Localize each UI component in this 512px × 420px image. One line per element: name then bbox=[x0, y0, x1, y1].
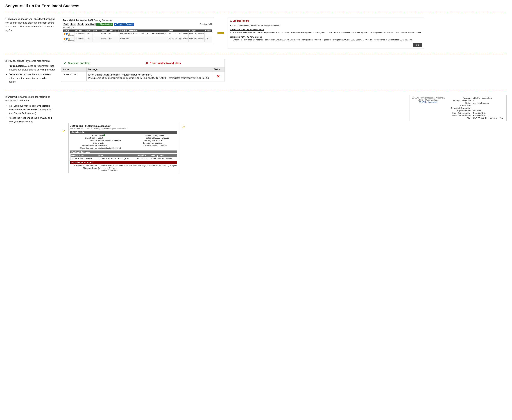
step2-text: Pay attention to key course requirements… bbox=[8, 60, 51, 62]
program-row: COLUM - Univ of Missouri - Columbia UGRD… bbox=[61, 95, 507, 121]
cell-dates: 01/18/2022 - 03/11/2022 bbox=[167, 37, 189, 42]
arrow-icon-2: ↗ bbox=[182, 125, 185, 130]
x-icon: ✕ bbox=[146, 61, 148, 65]
class-detail-box: JOURN 4000 - 01 Communications Law Univ … bbox=[68, 123, 179, 173]
admit-value bbox=[472, 104, 504, 107]
table-row: 🔒Not Enrolled Journalism 4160 01 61318 2… bbox=[63, 37, 212, 42]
enroll-table-box: ✔ Success: enrolled ✕ Error: unable to a… bbox=[61, 59, 225, 82]
cell-section: 01 bbox=[92, 37, 100, 42]
enroll-req-value: Journalism and Science and Agricultural … bbox=[98, 165, 177, 167]
col-campus: Campus bbox=[189, 30, 205, 32]
load-det-value: Base On Units bbox=[472, 112, 504, 114]
value-session: Regular Academic Session bbox=[98, 139, 123, 142]
label-units: Units bbox=[70, 142, 97, 144]
class-detail-grid: Status Open Career Undergraduate Class N… bbox=[70, 134, 177, 149]
print-button[interactable]: Print bbox=[70, 23, 76, 26]
warning-icon: ⚠ bbox=[230, 19, 232, 22]
class-attr-label: Class Attributes bbox=[70, 167, 97, 171]
step2-row: 2. Pay attention to key course requireme… bbox=[5, 57, 507, 87]
enroll-message: Error: Unable to add this class - requis… bbox=[86, 72, 212, 81]
validate-button[interactable]: ✔ Validate bbox=[85, 23, 96, 26]
enrollment-request-button[interactable]: ▶ Enrollment Request bbox=[114, 23, 134, 26]
col-subject: Subject bbox=[75, 30, 85, 32]
coreq-bold: Co-requisite: bbox=[9, 73, 23, 76]
top-divider bbox=[5, 12, 507, 12]
cell-status: 🔒Not Enrolled bbox=[63, 37, 75, 42]
value-campus: Main MU Campus bbox=[152, 144, 177, 147]
admit-label: Admit Term bbox=[450, 104, 472, 107]
class-attr-value: Cross Level CourseJournalism Course Fee bbox=[98, 167, 177, 171]
class-detail-row: ↙ JOURN 4000 - 01 Communications Law Uni… bbox=[61, 123, 186, 173]
step3-left: 3. Determine if admission to the major i… bbox=[5, 95, 56, 125]
success-text: Success: enrolled bbox=[68, 62, 90, 65]
email-button[interactable]: Email bbox=[77, 23, 84, 26]
ok-button[interactable]: OK bbox=[413, 43, 422, 47]
col-credits: Credits bbox=[205, 30, 212, 32]
meet-col-instructor: Instructor bbox=[136, 154, 150, 157]
arrow-area-2: ↗ bbox=[181, 123, 186, 129]
success-header: ✔ Success: enrolled bbox=[61, 59, 143, 67]
step1-left: 1. Validate courses in your enrollment s… bbox=[5, 17, 56, 33]
cell-campus: Main MU Campus bbox=[189, 32, 205, 37]
meet-col-days: Days & Times bbox=[70, 154, 97, 157]
label-location: Location bbox=[124, 142, 151, 144]
schedule-title: Potential Schedule for 2022 Spring Semes… bbox=[63, 19, 212, 22]
enroll-class: JOURN 4160 bbox=[61, 72, 86, 81]
divider-2 bbox=[5, 54, 507, 54]
x-status-icon: ✕ bbox=[217, 74, 220, 79]
shopping-cart-button[interactable]: 🛒 Shopping Cart bbox=[96, 23, 113, 26]
journalism-link[interactable]: JOURU - Journalism bbox=[419, 101, 437, 103]
col-days: Day(s) & Location(s) bbox=[119, 30, 167, 32]
enroll-req-label: Enrollment Requirements bbox=[70, 165, 97, 167]
open-dot bbox=[103, 134, 105, 136]
label-classnum: Class Number bbox=[70, 137, 97, 139]
course-bullets-2: Enrollment Requisites are not met. Requi… bbox=[233, 38, 422, 41]
academics-bold: Academics bbox=[21, 117, 33, 119]
course-name-1: Journalism-2200, 02, Kathleen Rose bbox=[230, 28, 422, 31]
check-icon: ✔ bbox=[64, 61, 67, 65]
step3-bullets: (i.e., you have moved from Undeclared Jo… bbox=[9, 104, 56, 124]
list-item: Co-requisite: a class that must be taken… bbox=[9, 73, 56, 84]
step3-row: 3. Determine if admission to the major i… bbox=[5, 93, 507, 175]
nav-line2: UGRD - Undergraduate bbox=[412, 99, 445, 101]
list-item: Enrollment Requisites are not met. Requi… bbox=[233, 38, 422, 41]
prereq-bold: Pre-requisite: bbox=[9, 65, 24, 67]
schedule-table: Status Subject Course Section Class # Se… bbox=[63, 30, 212, 42]
meet-instructor: Bre...kinson bbox=[136, 157, 150, 160]
meet-col-dates: Meeting Dates bbox=[150, 154, 177, 157]
load-label: Approved Load bbox=[450, 109, 472, 112]
label-session: Session bbox=[70, 139, 97, 142]
validate-warning: You may not be able to register for the … bbox=[230, 24, 422, 27]
validate-title: ⚠ Validate Results bbox=[230, 19, 422, 22]
enroll-col-headers: Class Message Status bbox=[61, 67, 224, 72]
col-class: Class # bbox=[100, 30, 108, 32]
enrollment-req-grid: Enrollment Requirements Journalism and S… bbox=[70, 165, 177, 171]
cell-course: 4160 bbox=[85, 37, 92, 42]
value-classnum: 60370 bbox=[98, 137, 123, 139]
prog-label: Program bbox=[450, 97, 472, 99]
career-nbr-label: Student Career Nbr bbox=[450, 99, 472, 102]
class-details-header: Class Details bbox=[70, 131, 177, 134]
cell-campus: Main MU Campus bbox=[189, 37, 205, 42]
cell-subject: Journalism bbox=[75, 37, 85, 42]
step1-right: Potential Schedule for 2022 Spring Semes… bbox=[61, 17, 507, 49]
cell-course: 2200 bbox=[85, 32, 92, 37]
arrow-icon: ↙ bbox=[62, 128, 66, 134]
enroll-status: ✕ bbox=[212, 72, 224, 81]
cell-days: INTERNET bbox=[119, 37, 167, 42]
col-status: Status bbox=[63, 30, 75, 32]
step3-right: COLUM - Univ of Missouri - Columbia UGRD… bbox=[61, 95, 507, 173]
error-text: Error: unable to add class bbox=[150, 62, 181, 65]
cell-dates: 03/14/2022 - 05/11/2022 bbox=[167, 32, 189, 37]
level-det-value: Base On Units bbox=[472, 114, 504, 117]
col-section: Section bbox=[92, 30, 100, 32]
meeting-header: Meeting Information bbox=[70, 150, 177, 153]
plan-bold: Plan bbox=[19, 120, 24, 123]
list-item: Pre-requisite: a course or requirement t… bbox=[9, 64, 56, 72]
back-button[interactable]: Back bbox=[63, 23, 69, 26]
meet-col-room: Room bbox=[97, 154, 136, 157]
meeting-table: Days & Times Room Instructor Meeting Dat… bbox=[70, 154, 177, 160]
status-label: Status bbox=[450, 102, 472, 104]
schedule-of: Schedule 1 of 2 bbox=[200, 23, 212, 25]
label-components: Class Components bbox=[70, 147, 97, 149]
